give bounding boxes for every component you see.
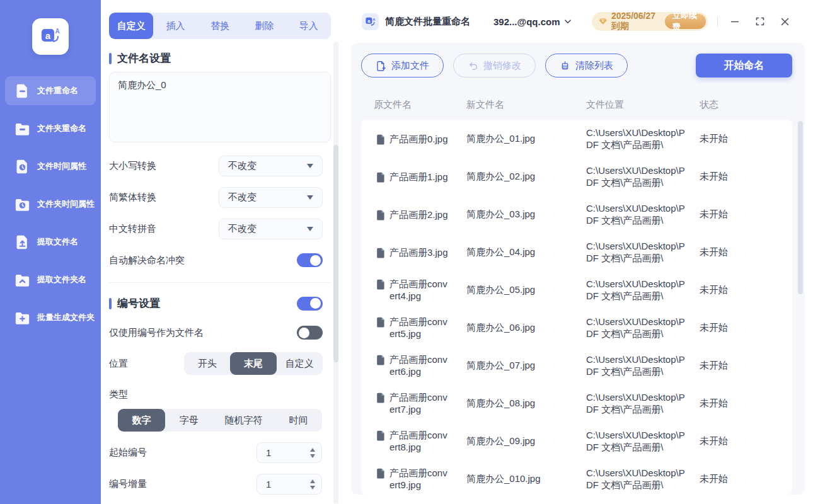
stepper-arrows[interactable] <box>310 448 315 458</box>
segment-option[interactable]: 开头 <box>184 352 230 375</box>
start-rename-button[interactable]: 开始命名 <box>696 54 792 77</box>
auto-conflict-toggle[interactable] <box>297 253 323 267</box>
undo-button[interactable]: 撤销修改 <box>453 54 536 77</box>
status: 未开始 <box>700 360 792 372</box>
convert-row: 中文转拼音 不改变 <box>109 219 323 239</box>
caret-down-icon <box>307 227 313 231</box>
select-value: 不改变 <box>228 160 257 172</box>
stepper-value: 1 <box>266 447 271 458</box>
table-row[interactable]: 产品画册convert8.jpg 简鹿办公_09.jpg C:\Users\XU… <box>361 422 792 460</box>
section-accent-bar <box>109 53 112 64</box>
sidebar-item[interactable]: 提取文件夹名 <box>5 265 96 294</box>
convert-select[interactable]: 不改变 <box>219 156 323 176</box>
position-segmented: 开头末尾自定义 <box>184 352 323 375</box>
auto-conflict-label: 自动解决命名冲突 <box>109 255 185 266</box>
tab[interactable]: 自定义 <box>109 13 153 39</box>
close-button[interactable] <box>781 18 789 26</box>
only-number-toggle[interactable] <box>297 326 323 340</box>
caret-down-icon <box>307 195 313 200</box>
table-row[interactable]: 产品画册0.jpg 简鹿办公_01.jpg C:\Users\XU\Deskto… <box>361 120 792 158</box>
file-path: C:\Users\XU\Desktop\PDF 文档\产品画册\ <box>586 127 688 151</box>
table-header: 原文件名新文件名文件位置状态 <box>361 94 792 115</box>
orig-filename: 产品画册convert5.jpg <box>389 316 451 340</box>
sidebar-item-label: 文件夹重命名 <box>37 123 86 134</box>
table-row[interactable]: 产品画册convert6.jpg 简鹿办公_07.jpg C:\Users\XU… <box>361 346 792 384</box>
filename-section-title: 文件名设置 <box>117 51 171 66</box>
number-stepper[interactable]: 1 <box>257 442 322 463</box>
segment-option[interactable]: 时间 <box>275 409 322 432</box>
segment-option[interactable]: 字母 <box>165 409 212 432</box>
segment-option[interactable]: 数字 <box>118 409 165 432</box>
svg-text:A: A <box>372 18 375 21</box>
segment-option[interactable]: 末尾 <box>230 352 276 375</box>
svg-text:a: a <box>45 30 51 41</box>
orig-filename: 产品画册3.jpg <box>389 246 451 258</box>
new-filename: 简鹿办公_07.jpg <box>466 360 586 372</box>
settings-panel: 自定义插入替换删除导入 文件名设置 简鹿办公_0 大小写转换 不改变 简繁体转换… <box>101 0 340 504</box>
sidebar-item-label: 批量生成文件夹 <box>37 312 95 323</box>
account-menu[interactable]: 392...@qq.com <box>493 16 571 27</box>
table-row[interactable]: 产品画册1.jpg 简鹿办公_02.jpg C:\Users\XU\Deskto… <box>361 158 792 195</box>
left-panel-scrollbar[interactable] <box>333 145 338 362</box>
convert-row: 简繁体转换 不改变 <box>109 187 323 208</box>
stepper-arrows[interactable] <box>310 479 315 490</box>
table-row[interactable]: 产品画册2.jpg 简鹿办公_03.jpg C:\Users\XU\Deskto… <box>361 195 792 233</box>
tab[interactable]: 插入 <box>153 13 197 39</box>
file-path: C:\Users\XU\Desktop\PDF 文档\产品画册\ <box>586 316 688 340</box>
file-path: C:\Users\XU\Desktop\PDF 文档\产品画册\ <box>586 164 688 188</box>
clear-list-button[interactable]: 清除列表 <box>545 54 628 77</box>
convert-label: 大小写转换 <box>109 160 156 172</box>
renew-button[interactable]: 立即续费 <box>665 14 706 29</box>
sidebar-item[interactable]: 文件重命名 <box>5 76 96 105</box>
tab[interactable]: 删除 <box>242 13 286 39</box>
file-table: 产品画册0.jpg 简鹿办公_01.jpg C:\Users\XU\Deskto… <box>361 120 792 495</box>
sidebar-item[interactable]: 批量生成文件夹 <box>5 303 96 332</box>
convert-label: 中文转拼音 <box>109 223 156 235</box>
chevron-down-icon <box>565 20 571 24</box>
position-row: 位置 开头末尾自定义 <box>109 352 323 375</box>
caret-down-icon <box>307 164 313 168</box>
numbering-toggle[interactable] <box>297 297 323 311</box>
type-label: 类型 <box>109 389 331 401</box>
number-spinner-row: 起始编号 1 <box>109 442 322 463</box>
status: 未开始 <box>700 398 792 410</box>
status: 未开始 <box>700 171 792 183</box>
auto-conflict-row: 自动解决命名冲突 <box>109 253 323 267</box>
sidebar-item-label: 提取文件夹名 <box>37 274 86 285</box>
tab[interactable]: 导入 <box>287 13 331 39</box>
number-stepper[interactable]: 1 <box>257 474 322 495</box>
table-row[interactable]: 产品画册convert4.jpg 简鹿办公_05.jpg C:\Users\XU… <box>361 271 792 309</box>
table-scrollbar[interactable] <box>798 121 803 294</box>
column-header: 新文件名 <box>466 99 586 111</box>
table-row[interactable]: 产品画册3.jpg 简鹿办公_04.jpg C:\Users\XU\Deskto… <box>361 233 792 271</box>
table-row[interactable]: 产品画册convert5.jpg 简鹿办公_06.jpg C:\Users\XU… <box>361 309 792 346</box>
convert-row: 大小写转换 不改变 <box>109 156 323 176</box>
maximize-button[interactable] <box>756 17 764 26</box>
file-list-card: 添加文件 撤销修改 清除列表 开始命名 原文件名新文件名文件位 <box>351 43 805 495</box>
minimize-button[interactable] <box>730 17 739 26</box>
filename-pattern-input[interactable]: 简鹿办公_0 <box>109 72 331 142</box>
convert-select[interactable]: 不改变 <box>219 187 323 208</box>
sidebar-item[interactable]: 文件夹重命名 <box>5 114 96 143</box>
folder-rename-icon <box>14 120 31 137</box>
app-logo: a A <box>32 18 69 55</box>
license-expiry: 2025/06/27到期 <box>611 11 660 32</box>
add-files-button[interactable]: 添加文件 <box>361 54 444 77</box>
orig-filename: 产品画册convert6.jpg <box>389 353 451 377</box>
sidebar-item[interactable]: 文件时间属性 <box>5 152 96 181</box>
segment-option[interactable]: 自定义 <box>277 352 323 375</box>
sidebar-item-label: 文件重命名 <box>37 85 78 96</box>
sidebar: a A 文件重命名文件夹重命名文件时间属性文件夹时间属性提取文件名提取文件夹名批… <box>0 0 101 504</box>
segment-option[interactable]: 随机字符 <box>212 409 275 432</box>
table-row[interactable]: 产品画册convert7.jpg 简鹿办公_08.jpg C:\Users\XU… <box>361 384 792 422</box>
tab[interactable]: 替换 <box>198 13 242 39</box>
vip-gem-icon: V <box>599 16 608 26</box>
table-row[interactable]: 产品画册convert9.jpg 简鹿办公_010.jpg C:\Users\X… <box>361 460 792 495</box>
sidebar-item[interactable]: 提取文件名 <box>5 227 96 256</box>
toolbar: 添加文件 撤销修改 清除列表 开始命名 <box>361 54 792 77</box>
file-icon <box>376 279 385 290</box>
spinner-label: 起始编号 <box>109 447 147 459</box>
numbering-section-title: 编号设置 <box>117 296 160 311</box>
sidebar-item[interactable]: 文件夹时间属性 <box>5 190 96 219</box>
convert-select[interactable]: 不改变 <box>219 219 323 239</box>
